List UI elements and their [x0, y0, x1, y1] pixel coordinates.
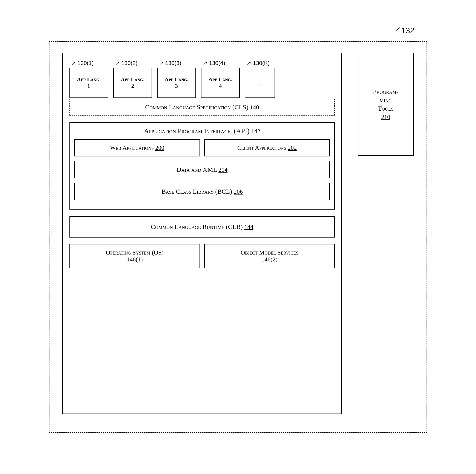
prog-tools-box: Program-mingTools 210	[358, 53, 414, 156]
lang-ref-3: ↗ 130(3)	[159, 60, 181, 67]
lang-box-4-text: App Lang.4	[208, 76, 232, 89]
inner-solid-box: ↗ 130(1) App Lang.1 ↗ 130(2) App Lang.2 …	[62, 53, 342, 414]
obj-model-box: Object Model Services 146(2)	[204, 244, 335, 268]
ref-132-label: 132	[401, 26, 414, 35]
lang-box-wrapper-k: ↗ 130(K) ...	[245, 60, 275, 98]
prog-tools-ref: 210	[381, 114, 390, 120]
cls-box: Common Language Specification (CLS) 140	[69, 99, 335, 116]
bcl-label: Base Class Library (BCL)	[161, 188, 232, 195]
obj-model-label: Object Model Services	[240, 249, 298, 256]
outer-dashed-box: Program-mingTools 210 ↗ 130(1) App Lang.…	[49, 41, 427, 433]
lang-box-2: App Lang.2	[113, 68, 152, 98]
lang-box-4: App Lang.4	[201, 68, 240, 98]
cls-label: Common Language Specification (CLS) 140	[145, 104, 259, 110]
lang-ref-k: ↗ 130(K)	[247, 60, 270, 67]
data-xml-label: Data and XML	[177, 166, 217, 173]
os-label: Operating System (OS)	[106, 249, 164, 256]
web-apps-label: Web Applications	[110, 144, 154, 151]
obj-model-ref: 146(2)	[261, 256, 278, 263]
client-apps-label: Client Applications	[237, 144, 286, 151]
cls-ref: 140	[250, 104, 259, 110]
web-apps-box: Web Applications 200	[74, 139, 200, 156]
data-xml-box: Data and XML 204	[74, 161, 330, 178]
clr-box: Common Language Runtime (CLR) 144	[69, 216, 335, 237]
lang-box-wrapper-4: ↗ 130(4) App Lang.4	[201, 60, 240, 98]
clr-ref: 144	[244, 223, 253, 230]
api-outer-box: Application Program Interface (API) 142 …	[69, 122, 335, 210]
data-xml-ref: 204	[219, 166, 227, 173]
lang-box-2-text: App Lang.2	[121, 76, 144, 89]
lang-ref-2: ↗ 130(2)	[115, 60, 137, 67]
lang-box-ellipsis: ...	[245, 68, 275, 98]
web-apps-ref: 200	[155, 144, 164, 151]
lang-box-wrapper-2: ↗ 130(2) App Lang.2	[113, 60, 152, 98]
lang-box-3-text: App Lang.3	[165, 76, 188, 89]
api-title: Application Program Interface (API) 142	[74, 127, 330, 135]
prog-tools-label: Program-mingTools 210	[373, 87, 399, 121]
os-box: Operating System (OS) 146(1)	[69, 244, 200, 268]
clr-label: Common Language Runtime (CLR)	[151, 223, 243, 230]
diagram-page: 132 Program-mingTools 210 ↗ 130(1) App L…	[23, 22, 453, 452]
os-obj-row: Operating System (OS) 146(1) Object Mode…	[69, 244, 335, 268]
bcl-ref: 206	[234, 188, 243, 195]
lang-box-1-text: App Lang.1	[77, 76, 101, 89]
lang-box-3: App Lang.3	[157, 68, 196, 98]
lang-box-wrapper-3: ↗ 130(3) App Lang.3	[157, 60, 196, 98]
lang-ref-row: ↗ 130(1) App Lang.1 ↗ 130(2) App Lang.2 …	[69, 60, 335, 98]
client-apps-ref: 202	[288, 144, 297, 151]
bcl-box: Base Class Library (BCL) 206	[74, 183, 330, 200]
client-apps-box: Client Applications 202	[204, 139, 330, 156]
lang-box-1: App Lang.1	[69, 68, 108, 98]
lang-ref-1: ↗ 130(1)	[71, 60, 94, 67]
os-ref: 146(1)	[127, 256, 143, 263]
ellipsis-text: ...	[257, 78, 263, 87]
api-ref: 142	[251, 128, 260, 134]
lang-box-wrapper-1: ↗ 130(1) App Lang.1	[69, 60, 108, 98]
lang-ref-4: ↗ 130(4)	[203, 60, 225, 67]
web-client-row: Web Applications 200 Client Applications…	[74, 139, 330, 156]
